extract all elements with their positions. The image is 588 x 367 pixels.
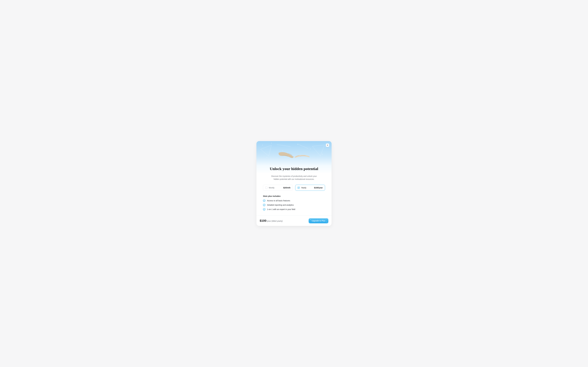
- footer-price: $100/year (billed yearly): [260, 219, 283, 223]
- check-circle-icon: [263, 204, 265, 206]
- plan-price: $20/mth: [283, 187, 290, 189]
- price-suffix: /year (billed yearly): [267, 220, 283, 222]
- feature-list: Access to all basic features Detailed re…: [263, 200, 325, 210]
- plan-yearly[interactable]: Yearly $100/year: [295, 185, 325, 191]
- feature-text: 1-on-1 with an expert in your field: [267, 208, 295, 210]
- feature-item: Access to all basic features: [263, 200, 325, 202]
- includes-heading: Stoic plus includes:: [263, 195, 325, 197]
- svg-point-3: [263, 204, 265, 206]
- svg-point-2: [263, 200, 265, 202]
- subheading: Discover the mysteries of productivity a…: [269, 175, 319, 181]
- svg-point-0: [292, 156, 294, 157]
- hero-banner: Unlock your hidden potential: [256, 141, 332, 174]
- modal-body: Discover the mysteries of productivity a…: [256, 175, 332, 216]
- close-button[interactable]: [326, 143, 329, 147]
- feature-item: 1-on-1 with an expert in your field: [263, 208, 325, 210]
- svg-point-1: [294, 157, 296, 158]
- feature-text: Access to all basic features: [267, 200, 290, 202]
- headline: Unlock your hidden potential: [256, 167, 332, 171]
- price-amount: $100: [260, 219, 266, 222]
- plan-selector: Montly $20/mth Yearly $100/year: [263, 185, 325, 191]
- check-circle-icon: [263, 200, 265, 202]
- upgrade-button[interactable]: Upgrade to Plus: [309, 218, 328, 223]
- feature-text: Detailed reporting and analytics: [267, 204, 294, 206]
- checkbox-icon: [298, 187, 300, 189]
- plan-label: Montly: [269, 187, 274, 189]
- modal-footer: $100/year (billed yearly) Upgrade to Plu…: [256, 216, 332, 226]
- close-icon: [327, 144, 328, 146]
- plan-monthly[interactable]: Montly $20/mth: [263, 185, 293, 191]
- plan-label: Yearly: [301, 187, 306, 189]
- feature-item: Detailed reporting and analytics: [263, 204, 325, 206]
- svg-point-4: [263, 208, 265, 210]
- upgrade-modal: Unlock your hidden potential Discover th…: [256, 141, 332, 226]
- checkbox-icon: [265, 187, 268, 189]
- upgrade-button-label: Upgrade to Plus: [312, 220, 325, 222]
- check-circle-icon: [263, 208, 265, 210]
- plan-price: $100/year: [314, 187, 323, 189]
- hands-illustration: [278, 150, 310, 161]
